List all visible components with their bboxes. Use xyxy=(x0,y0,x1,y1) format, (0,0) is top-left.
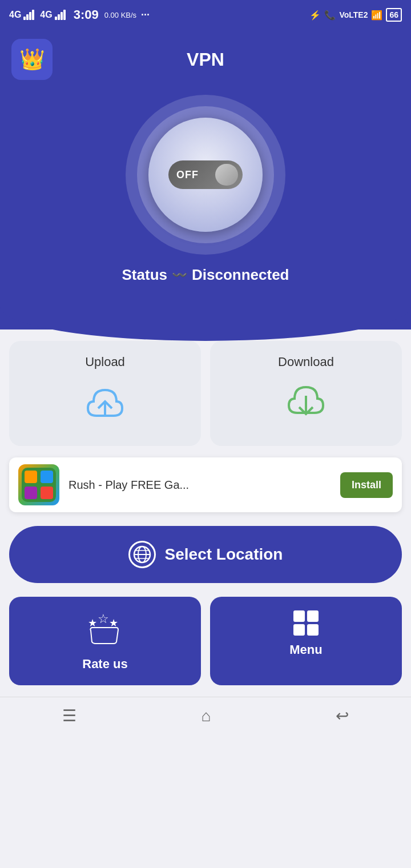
rate-us-label: Rate us xyxy=(82,657,127,672)
status-right: ⚡ 📞 VoLTE2 📶 66 xyxy=(309,8,402,22)
download-card: Download xyxy=(210,341,402,446)
status-label: Status xyxy=(122,266,167,284)
bottom-nav: ☰ ⌂ ↩ xyxy=(0,697,411,739)
svg-rect-4 xyxy=(41,471,53,483)
stats-row: Upload Download xyxy=(9,341,402,446)
dots-icon: ··· xyxy=(141,9,150,21)
power-ring-mid[interactable]: OFF xyxy=(137,106,274,243)
speed-display: 0.00 KB/s xyxy=(104,11,136,19)
ad-app-icon xyxy=(18,464,59,505)
power-ring-inner[interactable]: OFF xyxy=(148,118,263,232)
status-bar: 4G 4G 3:09 0.00 KB/s ··· ⚡ 📞 VoLTE2 📶 66 xyxy=(0,0,411,30)
crown-emoji: 👑 xyxy=(19,47,45,71)
toggle-knob xyxy=(215,164,238,186)
signal-bars-1 xyxy=(23,10,34,20)
toggle-label: OFF xyxy=(176,169,199,181)
vpn-header: 👑 VPN OFF Status 〰️ Disconnected xyxy=(0,30,411,341)
select-location-label: Select Location xyxy=(165,545,283,564)
ad-text: Rush - Play FREE Ga... xyxy=(68,479,331,492)
svg-rect-6 xyxy=(41,487,53,499)
rate-us-button[interactable]: ★ ☆ ★ Rate us xyxy=(9,597,201,685)
upload-card: Upload xyxy=(9,341,201,446)
vpn-top-row: 👑 VPN xyxy=(0,30,411,89)
rate-icon: ★ ☆ ★ xyxy=(85,610,125,650)
ad-install-button[interactable]: Install xyxy=(340,472,393,498)
power-ring-outer[interactable]: OFF xyxy=(126,95,285,255)
nav-home-icon[interactable]: ⌂ xyxy=(202,707,211,725)
time-display: 3:09 xyxy=(74,7,99,22)
nav-back-icon[interactable]: ↩ xyxy=(336,706,349,725)
status-row: Status 〰️ Disconnected xyxy=(0,266,411,295)
menu-button[interactable]: Menu xyxy=(210,597,402,685)
download-icon xyxy=(283,379,329,432)
vpn-toggle[interactable]: OFF xyxy=(168,160,243,189)
app-icon: 👑 xyxy=(11,39,53,80)
svg-text:☆: ☆ xyxy=(98,612,109,626)
network-4g-2: 4G xyxy=(40,10,52,20)
vpn-title: VPN xyxy=(187,49,224,70)
battery-indicator: 66 xyxy=(386,8,402,22)
upload-icon xyxy=(82,379,128,432)
signal-status-icon: 〰️ xyxy=(172,268,187,283)
svg-rect-3 xyxy=(25,471,37,483)
signal-bars-2 xyxy=(55,10,66,20)
ad-banner: Rush - Play FREE Ga... Install xyxy=(9,457,402,512)
nav-menu-icon[interactable]: ☰ xyxy=(62,706,76,725)
status-left: 4G 4G 3:09 0.00 KB/s ··· xyxy=(9,7,150,22)
download-label: Download xyxy=(278,355,334,369)
network-4g-1: 4G xyxy=(9,10,21,20)
menu-grid-icon xyxy=(293,610,319,636)
battery-level: 66 xyxy=(389,10,398,19)
phone-icon: 📞 xyxy=(324,10,336,21)
upload-label: Upload xyxy=(85,355,125,369)
status-state: Disconnected xyxy=(192,266,289,284)
select-location-button[interactable]: Select Location xyxy=(9,526,402,583)
menu-label: Menu xyxy=(289,642,322,657)
action-row: ★ ☆ ★ Rate us Menu xyxy=(9,597,402,685)
globe-icon xyxy=(128,541,156,568)
vpn-container: 👑 VPN OFF Status 〰️ Disconnected xyxy=(0,30,411,341)
lte2-label: VoLTE2 xyxy=(339,10,368,19)
wifi-icon: 📶 xyxy=(371,10,382,21)
svg-rect-5 xyxy=(25,487,37,499)
bluetooth-icon: ⚡ xyxy=(309,10,321,21)
main-content: Upload Download xyxy=(0,329,411,685)
